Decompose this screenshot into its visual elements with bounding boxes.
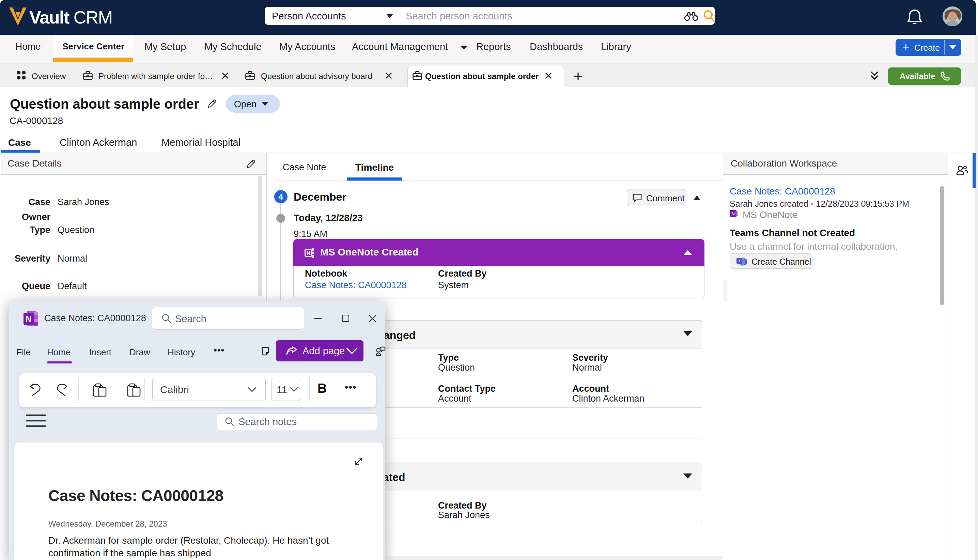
svg-text:N: N <box>731 211 735 216</box>
svg-text:N: N <box>307 250 310 256</box>
svg-text:N: N <box>25 314 31 323</box>
svg-text:T: T <box>738 259 741 263</box>
